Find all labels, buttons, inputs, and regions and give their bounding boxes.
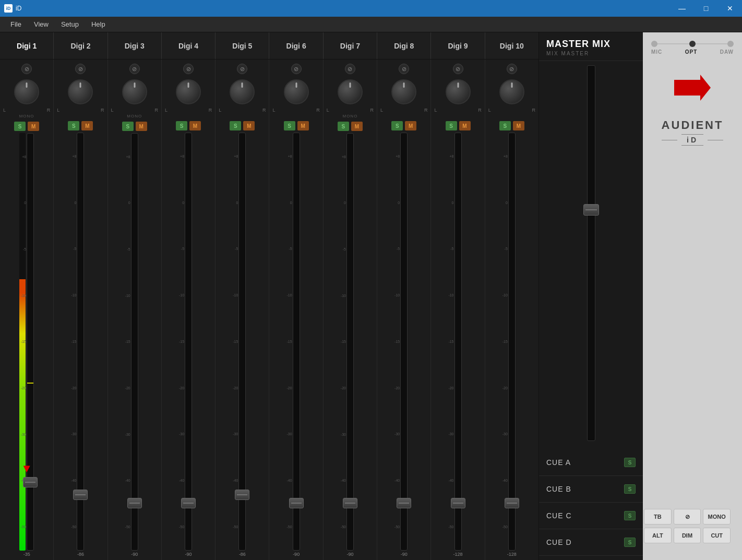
solo-btn-10[interactable]: S xyxy=(499,121,511,130)
fader-handle-6[interactable] xyxy=(289,498,304,508)
knob-4[interactable] xyxy=(176,79,201,104)
phase-btn-4[interactable]: ⊘ xyxy=(183,64,194,74)
solo-btn-5[interactable]: S xyxy=(230,121,241,130)
cue-s-btn-3[interactable]: S xyxy=(624,511,636,520)
knob-8[interactable] xyxy=(391,79,416,104)
menu-help[interactable]: Help xyxy=(85,18,112,30)
fader-handle-10[interactable] xyxy=(505,498,519,508)
tb-button[interactable]: TB xyxy=(644,509,672,525)
mute-btn-5[interactable]: M xyxy=(243,121,255,130)
mute-btn-3[interactable]: M xyxy=(136,122,147,131)
menu-file[interactable]: File xyxy=(4,18,28,30)
knob-2[interactable] xyxy=(68,79,93,104)
phase-btn-6[interactable]: ⊘ xyxy=(291,64,302,74)
mute-btn-6[interactable]: M xyxy=(297,121,309,130)
phase-btn-3[interactable]: ⊘ xyxy=(129,64,140,74)
solo-btn-7[interactable]: S xyxy=(338,122,349,131)
cue-s-btn-2[interactable]: S xyxy=(624,484,636,494)
scale-mark: -40 xyxy=(231,479,238,482)
scale-mark: 0 xyxy=(339,201,346,205)
knob-7[interactable] xyxy=(338,79,363,104)
solo-btn-2[interactable]: S xyxy=(68,121,79,130)
menu-view[interactable]: View xyxy=(28,18,55,30)
phase-button[interactable]: ⊘ xyxy=(674,509,701,525)
alt-button[interactable]: ALT xyxy=(644,528,672,543)
mute-btn-4[interactable]: M xyxy=(189,121,201,130)
solo-btn-3[interactable]: S xyxy=(122,122,134,131)
close-button[interactable]: ✕ xyxy=(718,0,742,17)
scale-mark: -10 xyxy=(500,293,508,297)
fader-area-8: +80-5-10-15-20-30-40-50 xyxy=(377,133,430,551)
mono-button[interactable]: MONO xyxy=(703,509,731,525)
mono-label-3[interactable]: MONO xyxy=(127,114,142,118)
solo-btn-4[interactable]: S xyxy=(176,121,187,130)
master-fader-handle[interactable] xyxy=(583,204,599,216)
fader-handle-8[interactable] xyxy=(397,498,411,508)
fader-handle-2[interactable] xyxy=(73,490,88,500)
phase-btn-5[interactable]: ⊘ xyxy=(237,64,247,74)
fader-handle-7[interactable] xyxy=(343,498,357,508)
fader-handle-3[interactable] xyxy=(127,498,142,508)
fader-handle-9[interactable] xyxy=(451,498,465,508)
dim-button[interactable]: DIM xyxy=(674,528,701,543)
fader-area-10: +80-5-10-15-20-30-40-50 xyxy=(485,133,538,551)
scale-marks-2: +80-5-10-15-20-30-40-50 xyxy=(69,133,76,550)
mode-label-daw[interactable]: DAW xyxy=(720,49,734,55)
handle-line xyxy=(453,503,463,504)
menu-setup[interactable]: Setup xyxy=(55,18,85,30)
cue-s-btn-4[interactable]: S xyxy=(624,538,636,547)
mode-circle-opt[interactable] xyxy=(689,41,696,47)
scale-mark: -20 xyxy=(339,386,346,390)
mode-circle-mic[interactable] xyxy=(651,41,657,47)
lr-labels-9: LR xyxy=(431,108,484,113)
mute-btn-10[interactable]: M xyxy=(513,121,524,130)
mode-circle-daw[interactable] xyxy=(727,41,734,47)
phase-btn-7[interactable]: ⊘ xyxy=(345,64,355,74)
channel-header-3: Digi 3 xyxy=(108,32,162,59)
fader-track-9: +80-5-10-15-20-30-40-50 xyxy=(454,133,462,551)
lr-l-4: L xyxy=(165,108,167,113)
lr-r-6: R xyxy=(316,108,320,113)
mute-btn-8[interactable]: M xyxy=(405,121,416,130)
master-fader-track xyxy=(587,65,595,441)
phase-btn-2[interactable]: ⊘ xyxy=(75,64,86,74)
scale-mark: -15 xyxy=(123,340,130,343)
mute-btn-9[interactable]: M xyxy=(459,121,471,130)
cue-s-btn-1[interactable]: S xyxy=(624,458,636,467)
scale-mark: -50 xyxy=(231,525,238,529)
fader-handle-4[interactable] xyxy=(181,498,196,508)
mode-label-mic[interactable]: MIC xyxy=(651,49,662,55)
lr-labels-4: LR xyxy=(162,108,215,113)
mono-label-1[interactable]: MONO xyxy=(19,114,34,118)
solo-btn-8[interactable]: S xyxy=(391,121,403,130)
channel-header-5: Digi 5 xyxy=(216,32,269,59)
scale-mark: 0 xyxy=(392,201,400,205)
mute-btn-2[interactable]: M xyxy=(81,121,93,130)
mute-btn-1[interactable]: M xyxy=(28,122,39,131)
phase-btn-1[interactable]: ⊘ xyxy=(21,64,32,74)
phase-btn-8[interactable]: ⊘ xyxy=(399,64,409,74)
mode-label-opt[interactable]: OPT xyxy=(685,49,698,55)
fader-handle-5[interactable] xyxy=(235,490,249,500)
minimize-button[interactable]: — xyxy=(670,0,694,17)
solo-btn-9[interactable]: S xyxy=(446,121,457,130)
solo-btn-6[interactable]: S xyxy=(284,121,295,130)
knob-10[interactable] xyxy=(499,79,524,104)
phase-btn-10[interactable]: ⊘ xyxy=(507,64,517,74)
knob-3[interactable] xyxy=(122,79,147,104)
handle-line xyxy=(507,503,517,504)
fader-area-5: +80-5-10-15-20-30-40-50 xyxy=(216,133,269,551)
channel-header-6: Digi 6 xyxy=(269,32,323,59)
maximize-button[interactable]: □ xyxy=(694,0,718,17)
mono-label-7[interactable]: MONO xyxy=(342,114,357,118)
solo-btn-1[interactable]: S xyxy=(14,122,26,131)
fader-handle-1[interactable] xyxy=(23,477,38,487)
knob-9[interactable] xyxy=(446,79,471,104)
knob-5[interactable] xyxy=(230,79,255,104)
phase-btn-9[interactable]: ⊘ xyxy=(453,64,463,74)
knob-6[interactable] xyxy=(284,79,309,104)
master-header: MASTER MIX MIX MASTER xyxy=(539,32,643,61)
cut-button[interactable]: CUT xyxy=(703,528,731,543)
knob-1[interactable] xyxy=(14,79,39,104)
mute-btn-7[interactable]: M xyxy=(351,122,363,131)
